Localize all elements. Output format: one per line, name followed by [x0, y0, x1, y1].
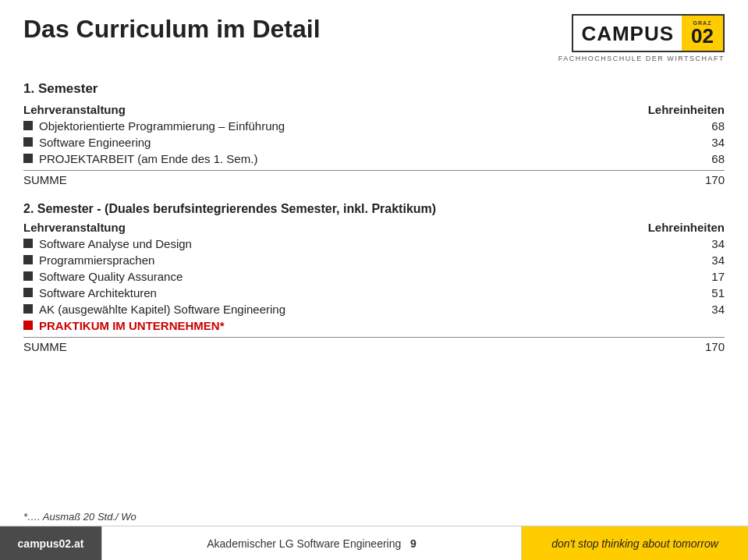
table-row: PROJEKTARBEIT (am Ende des 1. Sem.) 68: [23, 151, 725, 167]
page-title: Das Curriculum im Detail: [23, 14, 321, 44]
row-label: Software Analyse und Design: [39, 237, 631, 250]
bullet-icon: [23, 239, 33, 248]
bullet-icon: [23, 154, 33, 163]
semester2-title: 2. Semester - (Duales berufsintegrierend…: [23, 202, 725, 216]
footnote: *…. Ausmaß 20 Std./ Wo: [0, 506, 748, 523]
semester1-summe-row: SUMME 170: [23, 170, 725, 186]
table-row: Software Analyse und Design 34: [23, 236, 725, 252]
semester1-title: 1. Semester: [23, 81, 725, 97]
table-row: Software Engineering 34: [23, 134, 725, 151]
semester2-col-right: Lehreinheiten: [631, 221, 725, 234]
summe2-value: 170: [631, 340, 725, 353]
logo-02-box: GRAZ 02: [682, 16, 723, 51]
table-row: Software Quality Assurance 17: [23, 268, 725, 285]
bullet-icon: [23, 137, 33, 147]
row-value: 68: [631, 152, 725, 165]
semester2-table-header: Lehrveranstaltung Lehreinheiten: [23, 219, 725, 236]
table-row: Programmiersprachen 34: [23, 252, 725, 268]
row-label: AK (ausgewählte Kapitel) Software Engine…: [39, 303, 631, 316]
footer-campus-link[interactable]: campus02.at: [18, 537, 84, 550]
table-row-praktikum: PRAKTIKUM IM UNTERNEHMEN*: [23, 317, 725, 334]
row-label: Software Quality Assurance: [39, 270, 631, 283]
footer-left: campus02.at: [0, 526, 101, 560]
main-content: 1. Semester Lehrveranstaltung Lehreinhei…: [0, 70, 748, 506]
bullet-icon: [23, 304, 33, 314]
logo-box: CAMPUS GRAZ 02: [572, 14, 725, 52]
table-row: Objektorientierte Programmierung – Einfü…: [23, 118, 725, 134]
semester1-col-right: Lehreinheiten: [631, 103, 725, 116]
row-label: Objektorientierte Programmierung – Einfü…: [39, 119, 631, 133]
bullet-icon: [23, 255, 33, 264]
footer-right: don't stop thinking about tomorrow: [522, 526, 748, 560]
summe2-label: SUMME: [23, 340, 67, 353]
row-value: 51: [631, 286, 725, 299]
logo-area: CAMPUS GRAZ 02 FACHHOCHSCHULE DER WIRTSC…: [558, 14, 725, 62]
row-value: 17: [631, 270, 725, 283]
semester1-col-left: Lehrveranstaltung: [23, 103, 631, 116]
row-value: 34: [631, 136, 725, 149]
row-label: Software Engineering: [39, 136, 631, 149]
semester2-col-left: Lehrveranstaltung: [23, 221, 631, 234]
row-value: 68: [631, 119, 725, 133]
row-value: 34: [631, 237, 725, 250]
footer-slogan: don't stop thinking about tomorrow: [551, 537, 718, 550]
summe-value: 170: [631, 173, 725, 186]
footer-center: Akademischer LG Software Engineering 9: [101, 526, 522, 560]
bullet-icon-highlight: [23, 321, 33, 330]
logo-number: 02: [691, 26, 714, 46]
bullet-icon: [23, 271, 33, 281]
logo-subtitle: FACHHOCHSCHULE DER WIRTSCHAFT: [558, 55, 725, 62]
row-label-praktikum: PRAKTIKUM IM UNTERNEHMEN*: [39, 319, 631, 332]
row-value: 34: [631, 253, 725, 267]
semester2-summe-row: SUMME 170: [23, 337, 725, 353]
row-label: Software Architekturen: [39, 286, 631, 299]
header: Das Curriculum im Detail CAMPUS GRAZ 02 …: [0, 0, 748, 70]
logo-campus-text: CAMPUS: [573, 19, 682, 48]
row-value: 34: [631, 303, 725, 316]
row-label: PROJEKTARBEIT (am Ende des 1. Sem.): [39, 152, 631, 165]
table-row: AK (ausgewählte Kapitel) Software Engine…: [23, 301, 725, 317]
table-row: Software Architekturen 51: [23, 285, 725, 301]
bullet-icon: [23, 121, 33, 130]
footer-center-text: Akademischer LG Software Engineering: [207, 537, 401, 550]
semester1-table-header: Lehrveranstaltung Lehreinheiten: [23, 101, 725, 118]
row-label: Programmiersprachen: [39, 253, 631, 267]
footer: campus02.at Akademischer LG Software Eng…: [0, 526, 748, 560]
summe-label: SUMME: [23, 173, 67, 186]
bullet-icon: [23, 288, 33, 297]
page-wrapper: Das Curriculum im Detail CAMPUS GRAZ 02 …: [0, 0, 748, 560]
footer-page-number: 9: [410, 537, 417, 550]
